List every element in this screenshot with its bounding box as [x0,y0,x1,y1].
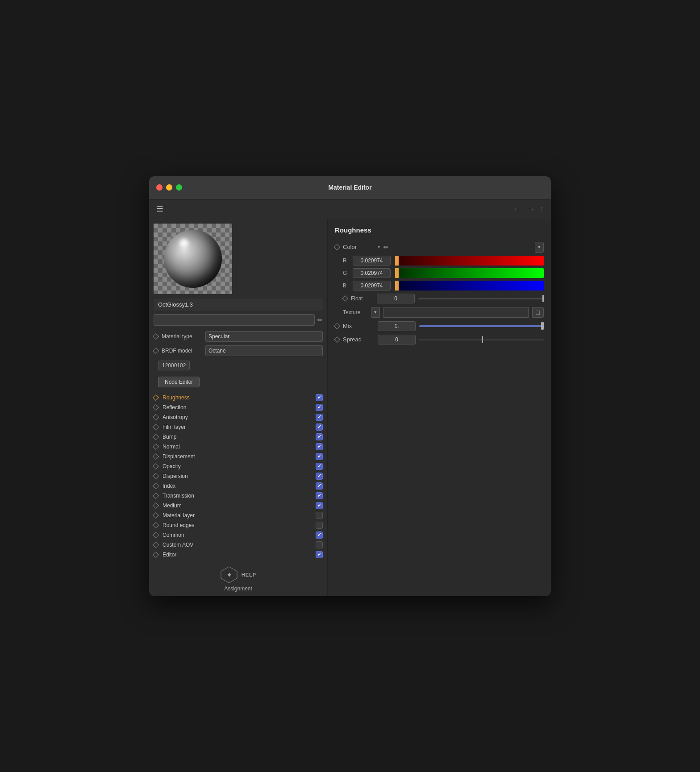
texture-dropdown-button[interactable]: ▾ [371,307,380,318]
checkbox-item-label[interactable]: Medium [162,502,312,509]
checkbox-item-label[interactable]: Anisotropy [162,414,312,420]
nav-back-button[interactable]: ← [513,204,521,214]
mix-label: Mix [343,323,374,329]
material-type-dropdown[interactable]: Specular [205,331,323,342]
checkbox-control[interactable]: ✓ [316,433,323,440]
checkbox-check-icon: ✓ [317,502,321,508]
checkbox-diamond-icon [153,551,159,557]
checkbox-control[interactable]: ✓ [316,492,323,499]
close-button[interactable] [156,184,162,191]
checkbox-control[interactable] [316,512,323,519]
minimize-button[interactable] [166,184,172,191]
eyedropper-button[interactable]: ✏ [383,244,389,251]
presets-dropdown[interactable] [154,314,315,326]
checkbox-diamond-icon [153,443,159,449]
mix-row: Mix [335,320,544,333]
color-options-dropdown[interactable]: ▾ [535,242,544,253]
checkbox-check-icon: ✓ [317,532,321,538]
spread-slider[interactable] [419,339,544,340]
checkbox-control[interactable]: ✓ [316,531,323,539]
checkbox-item-label[interactable]: Custom AOV [162,542,312,548]
checkbox-control[interactable]: ✓ [316,551,323,558]
mix-slider[interactable] [419,325,544,327]
texture-folder-button[interactable]: □ [532,307,544,318]
r-channel-label: R [343,257,349,264]
nav-forward-button[interactable]: → [526,204,534,214]
node-editor-button[interactable]: Node Editor [158,377,200,387]
nav-up-button[interactable]: ↑ [540,204,544,214]
spread-slider-thumb [482,336,483,343]
spread-diamond-icon [334,336,340,342]
toolbar-left: ☰ [156,204,163,214]
checkbox-item-label[interactable]: Normal [162,444,312,450]
r-color-bar[interactable] [399,256,544,266]
checkbox-item: Custom AOV [154,540,323,550]
checkbox-control[interactable]: ✓ [316,443,323,450]
brdf-model-dropdown[interactable]: Octane [205,345,323,356]
checkbox-item-label[interactable]: Reflection [162,404,312,411]
checkbox-item-label[interactable]: Bump [162,434,312,440]
checkbox-item: Transmission✓ [154,491,323,501]
checkbox-item-label[interactable]: Dispersion [162,473,312,479]
checkbox-item: Material layer [154,511,323,520]
b-color-bar-container[interactable] [394,281,544,291]
checkbox-item-label[interactable]: Opacity [162,463,312,469]
g-channel-row: G [335,267,544,279]
color-dropdown-arrow-icon[interactable]: ▾ [378,245,380,249]
mix-slider-thumb [541,322,544,330]
checkbox-item-label[interactable]: Index [162,483,312,489]
r-color-bar-container[interactable] [394,256,544,266]
material-name-bar: OctGlossy1.3 [154,299,323,311]
checkbox-item-label[interactable]: Round edges [162,522,312,528]
help-section: ✦ HELP Assignment [149,561,327,596]
checkbox-check-icon: ✓ [317,444,321,449]
float-slider[interactable] [418,298,544,299]
checkbox-item-label[interactable]: Roughness [162,394,312,401]
checkbox-control[interactable] [316,541,323,548]
g-color-bar-container[interactable] [394,268,544,278]
g-channel-input[interactable] [353,268,391,278]
r-channel-row: R [335,254,544,267]
texture-input-area[interactable] [383,307,529,318]
menu-icon[interactable]: ☰ [156,204,163,214]
checkbox-item-label[interactable]: Common [162,532,312,538]
g-color-bar[interactable] [399,268,544,278]
checkbox-item-label[interactable]: Transmission [162,493,312,499]
maximize-button[interactable] [176,184,182,191]
checkbox-diamond-icon [153,492,159,498]
checkbox-item: Editor✓ [154,550,323,560]
mix-input[interactable] [378,321,416,331]
b-color-bar[interactable] [399,281,544,291]
checkbox-control[interactable]: ✓ [316,453,323,460]
checkbox-control[interactable]: ✓ [316,404,323,411]
checkbox-diamond-icon [153,404,159,410]
checkbox-item-label[interactable]: Film layer [162,424,312,430]
checkbox-control[interactable]: ✓ [316,423,323,431]
b-channel-input[interactable] [353,281,391,291]
checkbox-item: Normal✓ [154,442,323,452]
r-channel-input[interactable] [353,256,391,266]
color-param-row: Color ▾ ✏ ▾ [335,240,544,254]
checkbox-item-label[interactable]: Displacement [162,453,312,460]
checkbox-control[interactable]: ✓ [316,502,323,509]
checkbox-control[interactable]: ✓ [316,463,323,470]
checkbox-diamond-icon [153,512,159,518]
float-input[interactable] [377,294,415,303]
edit-icon[interactable]: ✏ [317,316,323,324]
checkbox-control[interactable]: ✓ [316,482,323,490]
texture-label: Texture [343,309,367,315]
checkbox-check-icon: ✓ [317,424,321,430]
checkbox-diamond-icon [153,473,159,479]
help-label[interactable]: HELP [242,572,256,577]
checkbox-control[interactable]: ✓ [316,473,323,480]
main-content: OctGlossy1.3 ✏ Material type Specular BR… [149,219,551,596]
checkbox-control[interactable] [316,522,323,529]
checkbox-control[interactable]: ✓ [316,414,323,421]
checkbox-control[interactable]: ✓ [316,394,323,401]
checkbox-check-icon: ✓ [317,463,321,469]
spread-input[interactable] [378,335,416,344]
checkbox-item-label[interactable]: Material layer [162,512,312,519]
material-name-label[interactable]: OctGlossy1.3 [158,301,318,308]
traffic-lights [156,184,182,191]
checkbox-item-label[interactable]: Editor [162,552,312,558]
